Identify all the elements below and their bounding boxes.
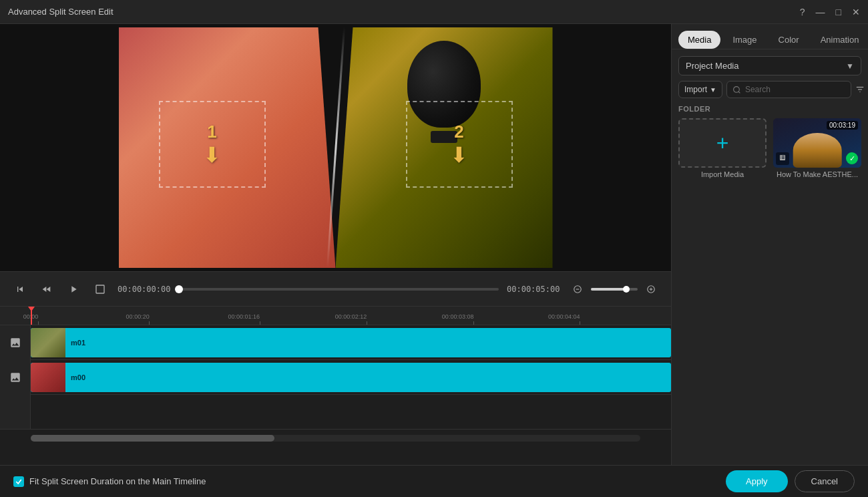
frame-button[interactable] [91,280,110,299]
checkbox-check-icon [15,478,22,485]
media-item-import[interactable]: + Import Media [678,118,767,178]
svg-line-7 [738,92,740,93]
svg-rect-0 [96,285,104,293]
image-icon-1 [9,337,21,349]
folder-label: FOLDER [678,105,861,113]
play-button[interactable] [64,280,83,299]
ruler-marks-container: 00:00 00:00:20 00:00:01:16 00:00:02:12 [31,307,671,325]
current-time-display: 00:00:00:00 [118,285,171,294]
dropdown-chevron-icon: ▼ [846,61,854,71]
video-thumb-1[interactable]: 00:03:19 ✓ [773,118,861,168]
track-clip-label-2: m00 [71,373,85,381]
filmstrip-icon [776,152,789,165]
panel-content: Project Media ▼ Import ▼ [672,49,868,465]
drop-zone-2-number: 2 [454,122,463,142]
track-row-empty [0,395,671,430]
playhead-indicator [31,307,32,325]
image-icon-2 [9,371,21,383]
skip-back-button[interactable] [11,280,29,299]
track-1-content[interactable]: m01 [31,325,671,360]
sort-icon [855,85,865,94]
ruler-tick-1: 00:00:20 [138,313,161,325]
media-grid: + Import Media [678,118,861,178]
right-panel: Media Image Color Animation Project Medi… [671,24,868,465]
drop-arrow-1: ⬇ [203,142,221,168]
search-input[interactable] [745,85,845,94]
track-empty-content [31,395,671,429]
tab-media[interactable]: Media [678,31,720,49]
track-clip-thumb-1 [31,328,65,357]
tab-animation[interactable]: Animation [811,31,868,49]
playhead-triangle [28,307,35,311]
source-dropdown[interactable]: Project Media ▼ [678,56,861,75]
ruler-tick-3: 00:00:02:12 [351,313,383,325]
bottom-actions: Apply Cancel [726,470,855,492]
tab-image[interactable]: Image [723,31,766,49]
timeline-scrollbar-thumb[interactable] [31,435,274,442]
fit-duration-text: Fit Split Screen Duration on the Main Ti… [29,476,206,486]
track-2-icon [0,360,31,395]
import-media-thumb[interactable]: + [678,118,767,168]
playback-controls: 00:00:00:00 00:00:05:00 [0,271,671,306]
ruler-tick-5: 00:00:04:04 [564,313,596,325]
track-clip-1[interactable]: m01 [31,328,671,357]
volume-fill [591,288,626,291]
volume-slider[interactable] [591,288,638,291]
title-bar: Advanced Split Screen Edit ? — □ ✕ [0,0,868,24]
track-2-content[interactable]: m00 [31,360,671,395]
apply-button[interactable]: Apply [726,470,788,492]
track-clip-2[interactable]: m00 [31,363,671,392]
preview-area: 1 ⬇ 2 ⬇ [0,24,671,271]
close-button[interactable]: ✕ [852,7,860,17]
timeline-area: 00:00 00:00:20 00:00:01:16 00:00:02:12 [0,306,671,465]
window-title: Advanced Split Screen Edit [8,7,114,17]
progress-thumb[interactable] [175,285,183,293]
volume-increase-button[interactable] [642,280,660,299]
search-icon [732,86,741,94]
ruler-tick-0: 00:00 [31,313,46,325]
maximize-button[interactable]: □ [836,7,841,17]
source-dropdown-label: Project Media [686,61,738,71]
search-box[interactable] [726,81,851,98]
timeline-ruler: 00:00 00:00:20 00:00:01:16 00:00:02:12 [0,307,671,325]
volume-thumb[interactable] [623,286,630,293]
track-row-2: m00 [0,360,671,395]
drop-zone-1-number: 1 [207,122,216,142]
filter-sort-button[interactable] [855,85,865,94]
import-button[interactable]: Import ▼ [678,81,722,98]
title-bar-controls: ? — □ ✕ [800,7,860,17]
video-timestamp: 00:03:19 [827,121,858,130]
import-label: Import [684,85,707,94]
search-toolbar: Import ▼ ⋯ [678,81,861,98]
volume-area [568,280,660,299]
timeline-scrollbar[interactable] [31,435,640,442]
import-chevron-icon: ▼ [710,86,716,94]
ruler-tick-2: 00:00:01:16 [244,313,276,325]
svg-point-6 [734,86,740,92]
help-button[interactable]: ? [800,7,805,17]
ruler-tick-4: 00:00:03:08 [458,313,490,325]
panel-tabs: Media Image Color Animation [672,24,868,49]
total-time-display: 00:00:05:00 [507,285,560,294]
fit-duration-label[interactable]: Fit Split Screen Duration on the Main Ti… [13,476,206,487]
cancel-button[interactable]: Cancel [795,470,855,492]
volume-decrease-button[interactable] [568,280,587,299]
progress-bar[interactable] [179,288,499,291]
bottom-bar: Fit Split Screen Duration on the Main Ti… [0,465,868,497]
step-back-button[interactable] [37,280,56,299]
video-presenter [793,133,842,168]
fit-duration-checkbox[interactable] [13,476,24,487]
track-row-1: m01 [0,325,671,360]
main-content: 1 ⬇ 2 ⬇ [0,24,868,465]
minimize-button[interactable]: — [816,7,825,17]
drop-arrow-2: ⬇ [450,142,468,168]
drop-zone-2[interactable]: 2 ⬇ [406,101,513,188]
import-media-label: Import Media [678,170,767,178]
media-item-video1[interactable]: 00:03:19 ✓ How To Make AESTHE... [773,118,861,178]
track-clip-label-1: m01 [71,339,85,347]
title-bar-left: Advanced Split Screen Edit [8,7,114,17]
track-clip-thumb-2 [31,363,65,392]
tab-color[interactable]: Color [769,31,809,49]
video1-label: How To Make AESTHE... [773,170,861,178]
drop-zone-1[interactable]: 1 ⬇ [159,101,266,188]
